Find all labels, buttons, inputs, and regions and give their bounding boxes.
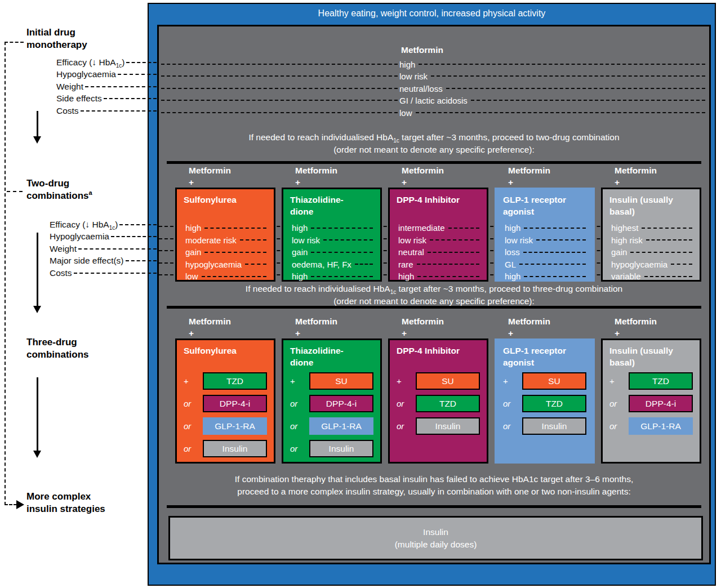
dotted-line <box>524 276 586 277</box>
three-drug-heading: Three-drug combinations <box>26 336 111 361</box>
three-drug-prompt: If needed to reach individualised HbA1c … <box>159 283 709 308</box>
dotted-line <box>118 74 157 75</box>
therapy-algorithm-figure: Healthy eating, weight control, increase… <box>0 0 721 588</box>
option-dpp4i: DPP-4-i <box>309 395 373 412</box>
dotted-line <box>431 75 705 77</box>
dotted-line <box>446 88 705 89</box>
dotted-line <box>126 260 157 261</box>
option-su: SU <box>416 372 480 390</box>
three-drug-box-glp1-agonist: GLP-1 receptoragonist +SU orTZD orInsuli… <box>495 338 595 464</box>
down-arrow-line <box>37 111 38 137</box>
mono-row-weight: neutral/loss <box>161 82 707 95</box>
algorithm-panel: Metformin high low risk neutral/loss GI … <box>157 25 711 564</box>
drug-title: DPP-4 Inhibitor <box>397 194 481 222</box>
drug-title: GLP-1 receptoragonist <box>503 194 588 222</box>
dotted-line <box>311 252 373 253</box>
down-arrow-line <box>37 233 38 307</box>
dotted-line <box>536 239 586 240</box>
two-drug-heading: Two-drug combinationsa <box>26 177 111 202</box>
mono-row-hypoglycaemia: low risk <box>161 70 707 82</box>
combo-label-major-side-effects: Major side effect(s) <box>50 255 158 267</box>
section-rule <box>167 306 701 309</box>
dotted-line <box>104 98 157 99</box>
option-su: SU <box>522 372 586 390</box>
dotted-line <box>126 62 157 63</box>
combo-label-hypoglycaemia: Hypoglycaemia <box>50 230 158 243</box>
dotted-line <box>311 276 373 277</box>
mono-label-weight: Weight <box>56 81 158 93</box>
metformin-header: Metformin+ <box>282 315 382 339</box>
option-insulin: Insulin <box>522 417 586 435</box>
dotted-line <box>119 224 157 225</box>
right-arrow-head <box>16 500 24 509</box>
two-drug-header-row: Metformin+ Metformin+ Metformin+ Metform… <box>175 164 701 188</box>
dotted-line <box>671 264 692 265</box>
mono-label-hypoglycaemia: Hypoglycaemia <box>56 68 158 81</box>
dotted-line <box>161 64 398 65</box>
two-drug-box-dpp4-inhibitor: DPP-4 Inhibitor intermediate low risk ne… <box>388 188 488 282</box>
mono-row-costs: low <box>161 106 707 119</box>
dotted-line <box>448 228 479 229</box>
option-glp1ra: GLP-1-RA <box>629 417 693 435</box>
drug-title: Thiazolidine-dione <box>290 194 375 222</box>
drug-title: Sulfonylurea <box>184 194 268 222</box>
dotted-line <box>240 239 266 240</box>
initial-monotherapy-heading: Initial drug monotherapy <box>26 26 103 51</box>
option-insulin: Insulin <box>416 417 480 435</box>
metformin-header: Metformin+ <box>282 164 382 188</box>
option-dpp4i: DPP-4-i <box>629 395 693 412</box>
option-insulin: Insulin <box>309 440 373 457</box>
drug-title: Sulfonylurea <box>184 345 267 372</box>
drug-title: GLP-1 receptoragonist <box>503 345 586 372</box>
drug-title: Insulin (usuallybasal) <box>609 194 694 222</box>
drug-title: DPP-4 Inhibitor <box>397 345 480 372</box>
two-drug-box-insulin-basal: Insulin (usuallybasal) highest high risk… <box>601 188 701 282</box>
dotted-line <box>355 264 373 265</box>
section-rule <box>167 161 701 164</box>
banner-title: Healthy eating, weight control, increase… <box>148 8 716 19</box>
metformin-header: Metformin+ <box>495 315 595 339</box>
dotted-line <box>311 228 373 229</box>
option-dpp4i: DPP-4-i <box>203 395 267 412</box>
dotted-line <box>417 264 479 265</box>
metformin-header: Metformin+ <box>175 315 275 339</box>
dotted-line <box>111 236 157 237</box>
metformin-header: Metformin+ <box>495 164 595 188</box>
dotted-line <box>245 264 266 265</box>
combo-label-weight: Weight <box>50 243 158 255</box>
down-arrow-head <box>33 451 41 458</box>
metformin-header: Metformin+ <box>388 315 488 339</box>
two-drug-prompt: If needed to reach individualised HbA1c … <box>159 131 709 156</box>
dotted-line <box>323 239 373 240</box>
dashed-connector <box>7 191 23 192</box>
three-drug-box-insulin-basal: Insulin (usuallybasal) +TZD orDPP-4-i or… <box>601 338 701 464</box>
down-arrow-head <box>33 136 41 144</box>
dotted-line <box>74 273 157 274</box>
dotted-line <box>523 252 586 253</box>
mono-label-efficacy: Efficacy (↓ HbA1c) <box>56 56 158 69</box>
dotted-line <box>161 100 398 101</box>
insulin-multiple-daily-doses-box: Insulin (multiple daily doses) <box>168 516 703 560</box>
option-tzd: TZD <box>629 372 693 390</box>
three-drug-header-row: Metformin+ Metformin+ Metformin+ Metform… <box>175 315 701 339</box>
option-insulin: Insulin <box>203 440 267 457</box>
option-tzd: TZD <box>203 372 267 390</box>
dotted-line <box>85 86 157 87</box>
option-tzd: TZD <box>522 395 586 412</box>
dotted-line <box>524 228 586 229</box>
drug-title: Insulin (usuallybasal) <box>609 345 693 372</box>
dotted-line <box>202 276 266 277</box>
metformin-header: Metformin+ <box>175 164 275 188</box>
dotted-line <box>78 248 157 250</box>
dotted-line <box>161 112 398 113</box>
dotted-line <box>204 228 266 229</box>
option-glp1ra: GLP-1-RA <box>309 417 373 435</box>
mono-label-costs: Costs <box>56 105 158 117</box>
dotted-line <box>417 276 479 277</box>
dotted-line <box>471 100 705 101</box>
dotted-line <box>416 112 705 113</box>
three-drug-box-row: Sulfonylurea +TZD orDPP-4-i orGLP-1-RA o… <box>175 338 701 464</box>
two-drug-box-thiazolidinedione: Thiazolidine-dione high low risk gain oe… <box>282 188 382 282</box>
insulin-strategy-prompt: If combination theraphy that includes ba… <box>159 473 709 498</box>
dashed-connector <box>5 42 24 43</box>
